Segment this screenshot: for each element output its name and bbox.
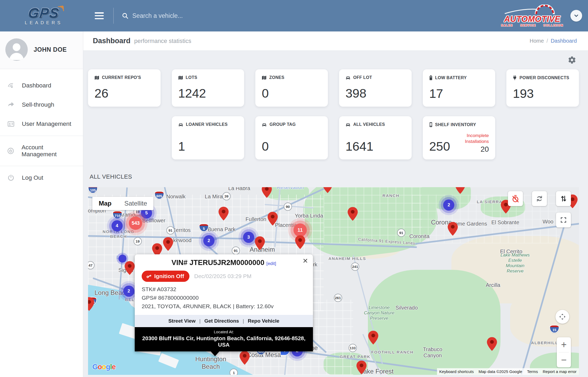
vehicle-cluster[interactable]: 3	[243, 232, 254, 243]
sidebar-item-log-out[interactable]: Log Out	[0, 168, 83, 187]
vehicle-pin[interactable]	[295, 235, 305, 249]
stat-card-power-disconnects[interactable]: POWER DISCONNECTS 193	[506, 69, 579, 107]
vehicle-pin[interactable]	[88, 297, 94, 311]
edit-link[interactable]: [edit]	[266, 261, 276, 266]
stat-card-lots[interactable]: LOTS 1242	[172, 69, 244, 107]
stat-value: 250	[429, 139, 450, 154]
vehicle-pin[interactable]	[125, 261, 135, 275]
keyboard-shortcuts-link[interactable]: Keyboard shortcuts	[437, 368, 476, 375]
incomplete-installations-value: 20	[451, 145, 489, 154]
map-label: BEL	[125, 297, 135, 302]
user-name: JOHN DOE	[34, 46, 67, 53]
gps-leaders-logo[interactable]: GPS LEADERS	[0, 6, 80, 26]
vehicle-cluster[interactable]: 2	[123, 286, 134, 297]
account-dropdown-button[interactable]	[570, 10, 582, 22]
vehicle-pin[interactable]	[356, 360, 367, 374]
sidebar-item-sell-through[interactable]: Sell-through	[0, 95, 83, 114]
stat-value: 1641	[345, 139, 405, 154]
key-icon	[146, 273, 152, 279]
satellite-button[interactable]: Satellite	[118, 197, 153, 210]
map-label: LA SIERRA	[477, 199, 502, 204]
route-shield: 1	[230, 368, 238, 375]
vehicle-pin[interactable]	[323, 187, 333, 193]
route-shield: 90	[284, 202, 292, 211]
avatar[interactable]	[5, 38, 28, 61]
phone-icon	[429, 122, 432, 127]
car-icon	[345, 122, 351, 127]
fullscreen-button[interactable]	[556, 212, 571, 227]
report-map-error-link[interactable]: Report a map error	[540, 368, 579, 375]
sidebar-item-dashboard[interactable]: Dashboard	[0, 76, 83, 95]
brand-leaders-text: LEADERS	[25, 20, 63, 26]
vehicle-pin[interactable]	[348, 207, 358, 221]
breadcrumb-home[interactable]: Home	[530, 38, 544, 44]
breadcrumb: Home / Dashboard	[530, 38, 577, 44]
menu-divider	[0, 166, 83, 166]
top-navbar: GPS LEADERS AUTOMOTIVE SALESSERVICECOLLI…	[0, 0, 588, 31]
stat-card-current-repos[interactable]: CURRENT REPO'S 26	[88, 69, 161, 107]
vehicle-pin[interactable]	[368, 331, 378, 344]
vehicle-pin[interactable]	[218, 207, 229, 220]
vehicle-pin[interactable]	[255, 236, 265, 250]
stat-card-group-tag[interactable]: GROUP TAG 0	[255, 116, 328, 159]
located-at-bar: Located At: 20300 Bluff Hills Cir, Hunti…	[135, 327, 313, 351]
dashboard-icon	[7, 82, 15, 89]
route-shield: 19	[133, 237, 142, 245]
interstate-shield: 5	[199, 224, 209, 232]
hamburger-menu-icon[interactable]	[95, 12, 104, 19]
get-directions-link[interactable]: Get Directions	[204, 318, 239, 324]
route-shield: 241	[351, 262, 359, 271]
stat-label: ALL VEHICLES	[353, 122, 385, 127]
cluster-count: 2	[208, 238, 210, 243]
vehicle-cluster[interactable]: 11	[293, 223, 307, 237]
vehicle-pin[interactable]	[487, 337, 497, 351]
stat-card-shelf-inventory[interactable]: SHELF INVENTORY 250 Incomplete Installat…	[423, 116, 495, 159]
refresh-button[interactable]	[532, 191, 547, 206]
search-input[interactable]	[132, 12, 247, 19]
map-icon	[178, 75, 183, 80]
terms-link[interactable]: Terms	[525, 368, 540, 375]
route-shield: 91	[166, 226, 175, 234]
vehicle-pin[interactable]	[163, 237, 173, 251]
vehicle-pin[interactable]	[262, 187, 272, 198]
repo-vehicle-link[interactable]: Repo Vehicle	[248, 318, 279, 324]
timer-disabled-button[interactable]	[508, 191, 523, 206]
map-label: Buena Park	[208, 226, 236, 232]
breadcrumb-current[interactable]: Dashboard	[551, 38, 577, 44]
stat-card-low-battery[interactable]: LOW BATTERY 17	[423, 69, 495, 107]
street-view-link[interactable]: Street View	[168, 318, 196, 324]
vehicle-pin[interactable]	[448, 222, 458, 236]
sidebar-item-user-management[interactable]: User Management	[0, 114, 83, 134]
sidebar-item-label: Account Management	[22, 144, 78, 158]
car-icon	[178, 122, 183, 127]
close-icon[interactable]: ✕	[303, 258, 308, 264]
stat-card-all-vehicles[interactable]: ALL VEHICLES 1641	[339, 116, 412, 159]
stat-card-off-lot[interactable]: OFF LOT 398	[339, 69, 412, 107]
vehicle-pin[interactable]	[268, 212, 278, 226]
google-logo[interactable]: Google	[92, 363, 116, 371]
settings-gear-icon[interactable]	[568, 56, 576, 64]
interstate-shield: 605	[154, 191, 164, 199]
stat-label: OFF LOT	[353, 75, 372, 80]
map-label: Huntington Beach	[195, 355, 226, 370]
automotive-logo[interactable]: AUTOMOTIVE SALESSERVICECOLLISION	[501, 5, 563, 27]
zoom-out-button[interactable]: −	[557, 352, 571, 367]
vehicle-pin[interactable]	[455, 187, 465, 194]
pan-map-button[interactable]	[555, 310, 569, 324]
vehicles-map[interactable]: California 91 Express Lanes NorwalkLa Mi…	[88, 187, 579, 375]
vehicle-cluster[interactable]: 4	[112, 220, 123, 231]
zoom-in-button[interactable]: +	[557, 337, 571, 352]
sidebar-item-account-management[interactable]: Account Management	[0, 138, 83, 164]
map-label: Woo	[543, 218, 554, 224]
automotive-subtitle: SALESSERVICECOLLISION	[501, 24, 563, 27]
user-block: JOHN DOE	[0, 31, 83, 69]
map-button[interactable]: Map	[92, 197, 118, 210]
vehicle-cluster[interactable]: 543	[129, 216, 142, 230]
map-label: Coronita	[409, 233, 430, 239]
vehicle-info-popup: ✕ VIN# JTERU5JR2M0000000 [edit] I	[135, 254, 313, 356]
stat-card-loaner-vehicles[interactable]: LOANER VEHICLES 1	[172, 116, 244, 159]
sort-swap-button[interactable]	[556, 191, 571, 206]
vehicle-cluster[interactable]: 2	[443, 199, 454, 211]
stat-card-zones[interactable]: ZONES 0	[255, 69, 328, 107]
vehicle-cluster[interactable]: 2	[203, 235, 214, 246]
